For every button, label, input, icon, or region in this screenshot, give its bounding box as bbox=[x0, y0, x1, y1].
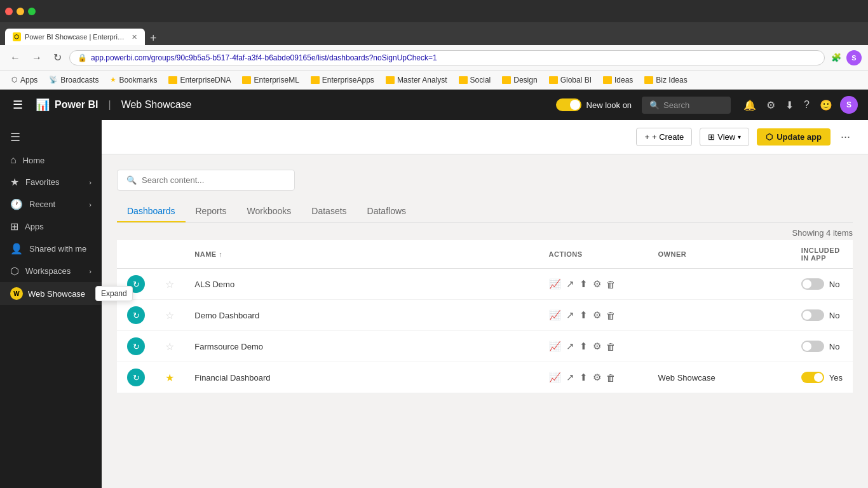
delete-icon[interactable]: 🗑 bbox=[606, 310, 616, 321]
delete-icon[interactable]: 🗑 bbox=[606, 279, 616, 290]
user-avatar[interactable]: S bbox=[840, 96, 858, 114]
export-icon[interactable]: ⬆ bbox=[580, 278, 588, 290]
share-icon[interactable]: ↗ bbox=[566, 341, 574, 352]
search-content-input[interactable] bbox=[142, 175, 285, 185]
row-star-cell[interactable]: ☆ bbox=[155, 269, 184, 300]
row-star-cell[interactable]: ★ bbox=[155, 362, 184, 393]
col-name-header[interactable]: NAME ↑ bbox=[184, 240, 538, 269]
search-label: Search bbox=[663, 100, 689, 110]
tab-reports[interactable]: Reports bbox=[186, 201, 237, 222]
row-star-cell[interactable]: ☆ bbox=[155, 300, 184, 331]
bookmark-enterprisedna[interactable]: EnterpriseDNA bbox=[163, 74, 236, 86]
new-look-label: New look on bbox=[587, 100, 632, 110]
star-button[interactable]: ☆ bbox=[165, 278, 174, 290]
address-bar[interactable]: 🔒 app.powerbi.com/groups/90c9b5a5-b517-4… bbox=[69, 50, 825, 65]
bookmark-ideas[interactable]: Ideas bbox=[598, 74, 638, 86]
row-name-cell[interactable]: Financial Dashboard bbox=[184, 362, 538, 393]
back-button[interactable]: ← bbox=[6, 50, 24, 66]
settings-row-icon[interactable]: ⚙ bbox=[593, 309, 601, 321]
download-icon[interactable]: ⬇ bbox=[783, 97, 796, 114]
search-content-box[interactable]: 🔍 bbox=[117, 170, 295, 191]
bookmark-masteranalyst[interactable]: Master Analyst bbox=[381, 74, 452, 86]
row-name-cell[interactable]: ALS Demo bbox=[184, 269, 538, 300]
tab-workbooks[interactable]: Workbooks bbox=[237, 201, 302, 222]
view-button[interactable]: ⊞ View ▾ bbox=[700, 128, 749, 146]
chart-icon[interactable]: 📈 bbox=[549, 372, 561, 383]
share-icon[interactable]: ↗ bbox=[566, 372, 574, 383]
new-tab-button[interactable]: + bbox=[147, 32, 159, 45]
profile-icon[interactable]: S bbox=[846, 50, 862, 65]
main-layout: ☰ ⌂ Home ★ Favorites › 🕐 Recent › ⊞ Apps bbox=[0, 120, 868, 488]
hamburger-menu[interactable]: ☰ bbox=[10, 95, 25, 114]
star-button[interactable]: ★ bbox=[165, 372, 174, 384]
tab-dashboards[interactable]: Dashboards bbox=[117, 201, 186, 222]
window-minimize-btn[interactable] bbox=[17, 8, 24, 15]
window-close-btn[interactable] bbox=[5, 8, 13, 15]
window-maximize-btn[interactable] bbox=[28, 8, 36, 15]
tab-close-btn[interactable]: ✕ bbox=[132, 33, 137, 41]
refresh-button[interactable]: ↻ bbox=[50, 49, 65, 66]
bookmark-bookmarks-label: Bookmarks bbox=[119, 76, 157, 85]
sidebar-item-workspaces[interactable]: ⬡ Workspaces › bbox=[0, 260, 102, 282]
sidebar-item-favorites[interactable]: ★ Favorites › bbox=[0, 171, 102, 193]
create-button[interactable]: + + Create bbox=[636, 128, 692, 146]
star-button[interactable]: ☆ bbox=[165, 309, 174, 322]
settings-row-icon[interactable]: ⚙ bbox=[593, 278, 601, 290]
browser-action-icons: 🧩 S bbox=[829, 50, 862, 65]
included-toggle[interactable] bbox=[801, 309, 824, 321]
new-look-switch[interactable] bbox=[556, 98, 581, 111]
sidebar-item-web-showcase[interactable]: W Web Showcase Expand bbox=[0, 282, 102, 305]
feedback-icon[interactable]: 🙂 bbox=[817, 97, 835, 114]
row-name-cell[interactable]: Farmsource Demo bbox=[184, 331, 538, 362]
share-icon[interactable]: ↗ bbox=[566, 309, 574, 321]
chart-icon[interactable]: 📈 bbox=[549, 278, 561, 290]
help-icon[interactable]: ? bbox=[801, 97, 812, 113]
included-toggle[interactable] bbox=[801, 278, 824, 290]
export-icon[interactable]: ⬆ bbox=[580, 372, 588, 383]
bookmark-enterpriseapps[interactable]: EnterpriseApps bbox=[306, 74, 379, 86]
settings-row-icon[interactable]: ⚙ bbox=[593, 372, 601, 383]
chart-icon[interactable]: 📈 bbox=[549, 341, 561, 352]
delete-icon[interactable]: 🗑 bbox=[606, 341, 616, 352]
bookmark-apps[interactable]: ⬡ Apps bbox=[6, 74, 43, 86]
update-app-button[interactable]: ⬡ Update app bbox=[757, 128, 831, 146]
included-toggle[interactable] bbox=[801, 341, 824, 352]
toggle-thumb bbox=[570, 100, 580, 110]
sidebar-item-hamburger[interactable]: ☰ bbox=[0, 125, 102, 149]
share-icon[interactable]: ↗ bbox=[566, 278, 574, 290]
sidebar-item-home[interactable]: ⌂ Home bbox=[0, 149, 102, 171]
chart-icon[interactable]: 📈 bbox=[549, 309, 561, 321]
tab-dataflows[interactable]: Dataflows bbox=[357, 201, 416, 222]
row-star-cell[interactable]: ☆ bbox=[155, 331, 184, 362]
bookmark-enterpriseml[interactable]: EnterpriseML bbox=[237, 74, 304, 86]
sidebar-item-recent[interactable]: 🕐 Recent › bbox=[0, 193, 102, 215]
tab-datasets[interactable]: Datasets bbox=[301, 201, 356, 222]
more-options-button[interactable]: ··· bbox=[838, 128, 853, 146]
notification-icon[interactable]: 🔔 bbox=[741, 97, 759, 114]
included-toggle[interactable] bbox=[801, 372, 824, 383]
content-area: + + Create ⊞ View ▾ ⬡ Update app ··· bbox=[102, 120, 868, 488]
bookmark-broadcasts[interactable]: 📡 Broadcasts bbox=[44, 74, 104, 86]
bookmark-bookmarks[interactable]: ★ Bookmarks bbox=[105, 74, 162, 86]
bookmark-social[interactable]: Social bbox=[454, 74, 496, 86]
settings-row-icon[interactable]: ⚙ bbox=[593, 341, 601, 352]
shared-icon: 👤 bbox=[10, 243, 23, 255]
export-icon[interactable]: ⬆ bbox=[580, 309, 588, 321]
export-icon[interactable]: ⬆ bbox=[580, 341, 588, 352]
settings-icon[interactable]: ⚙ bbox=[764, 97, 778, 114]
forward-button[interactable]: → bbox=[28, 50, 46, 66]
star-button[interactable]: ☆ bbox=[165, 341, 174, 353]
bookmark-bizideas[interactable]: Biz Ideas bbox=[639, 74, 692, 86]
included-label: No bbox=[829, 342, 840, 351]
topbar-search[interactable]: 🔍 Search bbox=[642, 97, 731, 114]
bookmark-globalbi[interactable]: Global BI bbox=[544, 74, 597, 86]
workspace-content: 🔍 Dashboards Reports Workbooks Datasets … bbox=[102, 154, 868, 409]
sidebar-item-apps[interactable]: ⊞ Apps bbox=[0, 215, 102, 238]
delete-icon[interactable]: 🗑 bbox=[606, 372, 616, 383]
active-tab[interactable]: ⬡ Power BI Showcase | Enterprise L... ✕ bbox=[5, 29, 145, 45]
bookmark-design[interactable]: Design bbox=[497, 74, 542, 86]
sidebar-item-shared[interactable]: 👤 Shared with me bbox=[0, 238, 102, 260]
extensions-icon[interactable]: 🧩 bbox=[829, 50, 844, 65]
row-name-cell[interactable]: Demo Dashboard bbox=[184, 300, 538, 331]
new-look-toggle[interactable]: New look on bbox=[556, 98, 632, 111]
